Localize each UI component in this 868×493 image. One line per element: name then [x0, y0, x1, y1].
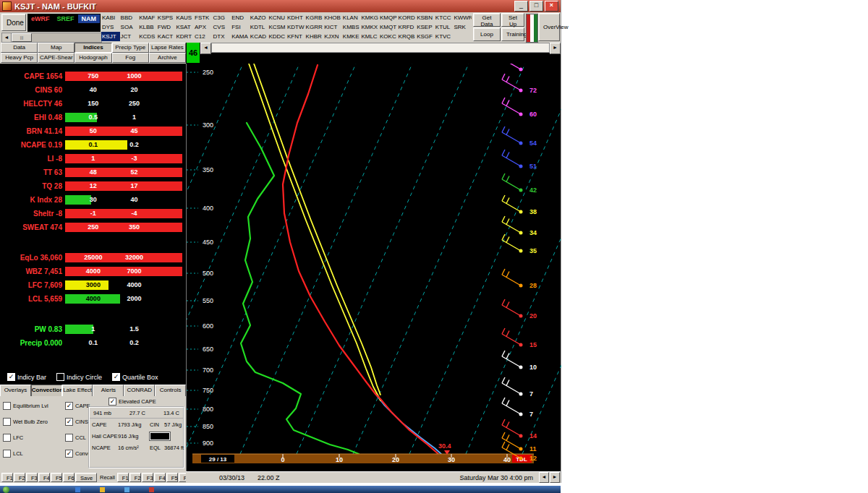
overlay-lfc[interactable]: LFC: [3, 434, 65, 442]
station-dys[interactable]: DYS: [101, 22, 120, 32]
fkey-recall-f1[interactable]: F1: [117, 473, 129, 482]
station-kabi[interactable]: KABI: [101, 13, 120, 22]
training-button[interactable]: Training: [501, 27, 524, 41]
station-kmkg[interactable]: KMKG: [360, 13, 379, 22]
checkbox-unchecked[interactable]: [56, 373, 64, 381]
taskbar[interactable]: [0, 486, 561, 493]
station-srk[interactable]: SRK: [453, 22, 472, 32]
station-kmkx[interactable]: KMKX: [360, 22, 379, 32]
fkey-save-f2[interactable]: F2: [14, 473, 25, 482]
skewt-chart[interactable]: 2503003504004505005506006507007508008509…: [186, 64, 561, 471]
overlay-lcl[interactable]: LCL: [3, 450, 65, 458]
tab-cape-shear[interactable]: CAPE-Shear: [38, 53, 75, 63]
station-kmqt[interactable]: KMQT: [379, 22, 398, 32]
station-kama[interactable]: KAMA: [231, 32, 250, 41]
station-ksjt[interactable]: KSJT: [101, 32, 120, 41]
station-fwd[interactable]: FWD: [157, 22, 176, 32]
station-kord[interactable]: KORD: [398, 13, 417, 22]
taskbar-icon[interactable]: [149, 487, 154, 492]
station-kdtw[interactable]: KDTW: [286, 22, 305, 32]
get-data-button[interactable]: Get Data: [473, 13, 501, 27]
station-kcsm[interactable]: KCSM: [268, 22, 286, 32]
station-fstk[interactable]: FSTK: [194, 13, 213, 22]
checkbox-checked[interactable]: ✓: [65, 450, 73, 458]
station-kaus[interactable]: KAUS: [175, 13, 194, 22]
station-klbb[interactable]: KLBB: [138, 22, 157, 32]
fkey-save-f6[interactable]: F6: [63, 473, 75, 482]
close-button[interactable]: ×: [545, 1, 558, 12]
model-nam[interactable]: NAM: [78, 14, 101, 23]
tab-data[interactable]: Data: [1, 43, 38, 53]
fkey-save-f3[interactable]: F3: [26, 473, 38, 482]
station-kmqp[interactable]: KMQP: [379, 13, 398, 22]
checkbox-checked[interactable]: ✓: [65, 402, 73, 410]
timeline-left-arrow[interactable]: ◄: [200, 43, 211, 54]
station-ktcc[interactable]: KTCC: [435, 13, 454, 22]
station-kcad[interactable]: KCAD: [250, 32, 268, 41]
timeline-track[interactable]: [211, 43, 550, 53]
station-ksep[interactable]: KSEP: [416, 22, 435, 32]
overlay-elevated-cape[interactable]: ✓Elevated CAPE: [109, 398, 156, 406]
done-button[interactable]: Done: [1, 14, 26, 31]
station-kcnu[interactable]: KCNU: [268, 13, 286, 22]
scroll-thumb[interactable]: |||: [12, 33, 32, 42]
start-button[interactable]: [3, 486, 9, 493]
taskbar-icon[interactable]: [124, 487, 129, 492]
checkbox-unchecked[interactable]: [3, 450, 11, 458]
station-khob[interactable]: KHOB: [323, 13, 342, 22]
tab-archive[interactable]: Archive: [149, 53, 186, 63]
tab-hodograph[interactable]: Hodograph: [75, 53, 111, 63]
station-ksbn[interactable]: KSBN: [416, 13, 435, 22]
fkey-recall-f5[interactable]: F5: [166, 473, 178, 482]
station-fsi[interactable]: FSI: [231, 22, 250, 32]
maximize-button[interactable]: □: [529, 1, 543, 12]
overlay-wet-bulb-zero[interactable]: Wet Bulb Zero: [3, 418, 65, 426]
station-ktvc[interactable]: KTVC: [435, 32, 454, 41]
checkbox-checked[interactable]: ✓: [65, 418, 73, 426]
station-kgrr[interactable]: KGRR: [305, 22, 324, 32]
station-kokc[interactable]: KOKC: [379, 32, 398, 41]
checkbox-unchecked[interactable]: [3, 434, 11, 442]
station-cvs[interactable]: CVS: [213, 22, 231, 32]
station-c12[interactable]: C12: [194, 32, 213, 41]
time-back-button[interactable]: ◄: [539, 472, 549, 483]
set-up-button[interactable]: Set Up: [501, 13, 524, 27]
overview-button[interactable]: OverView: [538, 13, 560, 41]
timeline-right-arrow[interactable]: ►: [550, 43, 561, 54]
station-kmke[interactable]: KMKE: [342, 32, 361, 41]
station-ksps[interactable]: KSPS: [157, 13, 176, 22]
taskbar-icon[interactable]: [100, 487, 105, 492]
station-kact[interactable]: KACT: [157, 32, 176, 41]
checkbox-unchecked[interactable]: [3, 402, 11, 410]
station-end[interactable]: END: [231, 13, 250, 22]
station-kmlc[interactable]: KMLC: [360, 32, 379, 41]
model-ewrf[interactable]: eWRF: [27, 14, 54, 23]
option-indicy-circle[interactable]: Indicy Circle: [56, 373, 102, 381]
station-krqb[interactable]: KRQB: [398, 32, 417, 41]
station-kfnt[interactable]: KFNT: [286, 32, 305, 41]
station-bbd[interactable]: BBD: [120, 13, 139, 22]
station-scrollbar[interactable]: ◄ |||: [1, 33, 102, 43]
station-ksgf[interactable]: KSGF: [416, 32, 435, 41]
tab-map[interactable]: Map: [38, 43, 75, 53]
titlebar[interactable]: KSJT - NAM - BUFKIT _ □ ×: [0, 0, 561, 12]
station-kdht[interactable]: KDHT: [286, 13, 305, 22]
station-kddc[interactable]: KDDC: [268, 32, 286, 41]
station-kict[interactable]: KICT: [323, 22, 342, 32]
station-krfd[interactable]: KRFD: [398, 22, 417, 32]
fkey-save-f5[interactable]: F5: [51, 473, 62, 482]
station-kmbs[interactable]: KMBS: [342, 22, 361, 32]
fkey-recall-f2[interactable]: F2: [129, 473, 141, 482]
station-klan[interactable]: KLAN: [342, 13, 361, 22]
station-ktul[interactable]: KTUL: [435, 22, 454, 32]
station-kjxn[interactable]: KJXN: [323, 32, 342, 41]
checkbox-checked[interactable]: ✓: [7, 373, 15, 381]
checkbox-unchecked[interactable]: [3, 418, 11, 426]
tab-heavy-pcp[interactable]: Heavy Pcp: [1, 53, 38, 63]
loop-button[interactable]: Loop: [473, 27, 501, 41]
checkbox-checked[interactable]: ✓: [109, 398, 116, 406]
station-kgrb[interactable]: KGRB: [305, 13, 324, 22]
taskbar-icon[interactable]: [75, 487, 80, 492]
tab-indices[interactable]: Indices: [75, 43, 111, 53]
station-jct[interactable]: JCT: [120, 32, 139, 41]
